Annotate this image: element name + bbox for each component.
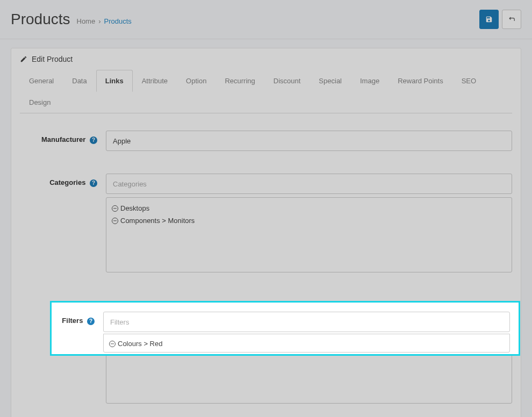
remove-icon[interactable]: [109, 341, 116, 347]
filter-item-label: Colours > Red: [118, 340, 162, 348]
categories-input[interactable]: [106, 174, 512, 194]
tab-links[interactable]: Links: [96, 70, 133, 92]
page-title: Products: [11, 11, 70, 28]
tab-data[interactable]: Data: [63, 70, 96, 92]
tabs: General Data Links Attribute Option Recu…: [20, 70, 512, 113]
tab-image[interactable]: Image: [351, 70, 389, 92]
list-item: Desktops: [106, 202, 512, 214]
list-item: Components > Monitors: [106, 214, 512, 227]
save-icon: [485, 16, 493, 23]
back-arrow-icon: [508, 16, 515, 23]
manufacturer-label: Manufacturer ?: [20, 131, 106, 151]
tab-special[interactable]: Special: [310, 70, 351, 92]
tab-recurring[interactable]: Recurring: [215, 70, 264, 92]
save-button[interactable]: [479, 10, 499, 29]
category-item-label: Components > Monitors: [120, 217, 195, 225]
list-item: Colours > Red: [104, 337, 509, 350]
remove-icon[interactable]: [112, 205, 118, 212]
tab-seo[interactable]: SEO: [452, 70, 485, 92]
categories-group: Categories ? Desktops Components > Monit…: [20, 167, 512, 279]
remove-icon[interactable]: [112, 218, 118, 224]
pencil-icon: [20, 55, 27, 63]
tab-option[interactable]: Option: [177, 70, 215, 92]
cancel-button[interactable]: [502, 10, 521, 29]
filters-input-overlay[interactable]: [103, 312, 510, 332]
filters-group-overlay: Filters ? Colours > Red: [52, 303, 519, 354]
tab-discount[interactable]: Discount: [264, 70, 310, 92]
page-header: Products Home › Products: [0, 0, 532, 39]
breadcrumb-item-products[interactable]: Products: [104, 17, 132, 25]
tab-attribute[interactable]: Attribute: [133, 70, 177, 92]
breadcrumb: Home › Products: [77, 17, 132, 25]
help-icon[interactable]: ?: [90, 136, 97, 144]
breadcrumb-item-home[interactable]: Home: [77, 17, 96, 25]
tab-general[interactable]: General: [20, 70, 63, 92]
help-icon[interactable]: ?: [90, 179, 97, 187]
help-icon[interactable]: ?: [87, 318, 95, 325]
panel-heading: Edit Product: [11, 48, 521, 70]
filters-label-overlay: Filters ?: [52, 308, 103, 353]
edit-product-panel: Edit Product General Data Links Attribut…: [11, 48, 521, 417]
filters-well-overlay: Colours > Red: [103, 334, 510, 353]
header-actions: [479, 10, 521, 29]
categories-well: Desktops Components > Monitors: [106, 197, 512, 272]
manufacturer-input[interactable]: [106, 131, 512, 151]
tab-reward-points[interactable]: Reward Points: [389, 70, 452, 92]
category-item-label: Desktops: [120, 204, 149, 212]
tab-design[interactable]: Design: [20, 91, 60, 113]
categories-label: Categories ?: [20, 174, 106, 272]
manufacturer-group: Manufacturer ?: [20, 124, 512, 157]
panel-title: Edit Product: [32, 55, 73, 63]
panel-body: General Data Links Attribute Option Recu…: [11, 70, 521, 417]
